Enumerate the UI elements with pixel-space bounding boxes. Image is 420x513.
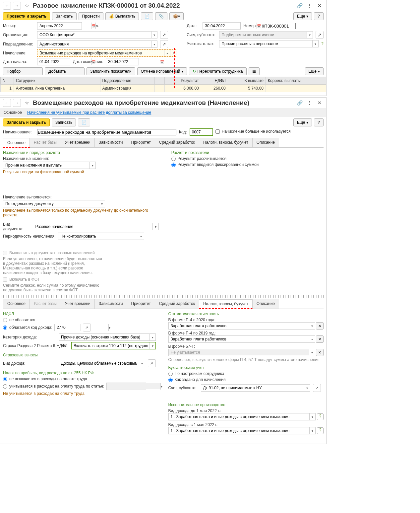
end-input[interactable]: [106, 59, 160, 65]
more-button[interactable]: Еще ▾: [293, 12, 312, 20]
acc-r2[interactable]: [168, 378, 173, 382]
tab2-main[interactable]: Основное: [3, 299, 30, 309]
th-n[interactable]: N: [1, 77, 14, 85]
tab-main[interactable]: Основное: [3, 138, 30, 148]
chevron-down-icon[interactable]: ▾: [139, 360, 145, 367]
p4-2020-input[interactable]: [169, 323, 309, 329]
exec-before-input[interactable]: [169, 414, 310, 420]
acc-input[interactable]: [201, 385, 304, 391]
chevron-down-icon[interactable]: ▾: [151, 41, 157, 47]
tab-tax[interactable]: Налоги, взносы, бухучет: [199, 138, 253, 147]
forward-icon[interactable]: →: [13, 2, 21, 10]
attach-button[interactable]: 📎: [155, 12, 167, 20]
help-q-icon[interactable]: ?: [321, 41, 324, 46]
chevron-down-icon[interactable]: ▾: [309, 413, 315, 420]
infobar-excluded[interactable]: Начисления не учитываемые при расчете до…: [27, 110, 151, 115]
chevron-down-icon[interactable]: ▾: [309, 427, 315, 434]
write-close-button[interactable]: Записать и закрыть: [3, 118, 50, 126]
clear-icon[interactable]: ✕: [316, 335, 324, 343]
calendar-icon[interactable]: 📅: [91, 23, 95, 29]
month-input[interactable]: [37, 23, 91, 29]
tab-deps[interactable]: Зависимости: [94, 138, 127, 147]
more-icon[interactable]: ⋮: [306, 2, 314, 10]
chevron-down-icon[interactable]: ▾: [108, 324, 110, 331]
link-icon[interactable]: 🔗: [296, 2, 304, 10]
chevron-down-icon[interactable]: ▾: [304, 385, 310, 391]
ndfl-r1[interactable]: [3, 318, 7, 322]
ndfl-code-input[interactable]: [55, 325, 108, 330]
th-dept[interactable]: Подразделение: [100, 77, 155, 85]
chevron-down-icon[interactable]: ▾: [90, 162, 95, 169]
table-row[interactable]: 1 Антонова Инна Сергеевна Администрация …: [1, 85, 326, 92]
open-icon[interactable]: ↗: [160, 31, 168, 39]
tab2-avg[interactable]: Средний заработок: [155, 299, 199, 309]
forward-icon[interactable]: →: [13, 99, 21, 107]
write-button[interactable]: Записать: [52, 118, 76, 126]
help-q-icon[interactable]: ?: [317, 413, 324, 420]
more-button-2[interactable]: Еще ▾: [305, 67, 324, 75]
unused-checkbox[interactable]: [215, 129, 220, 134]
open-icon[interactable]: ↗: [160, 40, 168, 48]
back-icon[interactable]: ←: [3, 2, 11, 10]
star-icon[interactable]: ☆: [23, 99, 31, 107]
tab-priority[interactable]: Приоритет: [127, 138, 155, 147]
cancel-fix-button[interactable]: Отмена исправлений ▾: [137, 67, 187, 75]
infobar-main[interactable]: Основное: [4, 110, 22, 115]
purpose-input[interactable]: [3, 162, 90, 168]
chevron-down-icon[interactable]: ▾: [99, 200, 105, 207]
chevron-down-icon[interactable]: ▾: [151, 32, 157, 38]
dept-input[interactable]: [37, 41, 151, 47]
th-result[interactable]: Результат: [165, 77, 201, 85]
number-input[interactable]: [261, 23, 296, 29]
close-icon[interactable]: ✕: [316, 2, 324, 10]
recalc-button[interactable]: ↻ Пересчитать сотрудника: [189, 67, 246, 75]
misc-button[interactable]: 📦▾: [169, 12, 184, 20]
calc-r2[interactable]: [171, 163, 176, 167]
exec-input[interactable]: [3, 201, 99, 207]
tab2-tax[interactable]: Налоги, взносы, бухучет: [199, 299, 253, 309]
chevron-down-icon[interactable]: ▾: [312, 40, 318, 47]
cat-input[interactable]: [59, 334, 150, 340]
clear-icon[interactable]: ✕: [316, 349, 324, 356]
spinner-icon[interactable]: ⇅: [95, 23, 98, 29]
chevron-down-icon[interactable]: ▾: [164, 50, 170, 56]
consider-input[interactable]: [219, 41, 312, 47]
back-icon[interactable]: ←: [3, 99, 11, 107]
tab-time[interactable]: Учет времени: [61, 138, 95, 147]
more-icon[interactable]: ⋮: [306, 99, 314, 107]
tab-desc[interactable]: Описание: [252, 138, 279, 147]
chevron-down-icon[interactable]: ▾: [150, 334, 155, 340]
exec-after-input[interactable]: [169, 428, 310, 434]
select-button[interactable]: Подбор: [3, 67, 43, 75]
acc-r1[interactable]: [168, 372, 173, 376]
chevron-down-icon[interactable]: ▾: [152, 223, 158, 230]
clear-icon[interactable]: ✕: [316, 322, 324, 330]
doc-button[interactable]: 📄: [78, 118, 90, 126]
th-empty[interactable]: [155, 77, 165, 85]
open-icon[interactable]: ↗: [316, 31, 324, 39]
period-input[interactable]: [58, 233, 138, 239]
ndfl-r2[interactable]: [3, 326, 7, 330]
th-ndfl[interactable]: НДФЛ: [201, 77, 228, 85]
open-icon[interactable]: ↗: [170, 50, 176, 56]
chevron-down-icon[interactable]: ▾: [309, 336, 315, 342]
th-pay[interactable]: К выплате: [228, 77, 266, 85]
org-input[interactable]: [37, 32, 151, 38]
tab2-desc[interactable]: Описание: [252, 299, 279, 309]
open-icon[interactable]: ↗: [148, 359, 156, 367]
doc-button[interactable]: 📄: [141, 12, 153, 20]
pt-r1[interactable]: [3, 377, 7, 381]
open-icon[interactable]: ↗: [83, 324, 91, 331]
tab2-priority[interactable]: Приоритет: [127, 299, 155, 309]
tab-avg[interactable]: Средний заработок: [155, 138, 199, 147]
help-button[interactable]: ?: [314, 118, 324, 126]
write-button[interactable]: Записать: [52, 12, 76, 20]
p4-2019-input[interactable]: [169, 336, 309, 342]
link-icon[interactable]: 🔗: [296, 99, 304, 107]
tab2-time[interactable]: Учет времени: [61, 299, 95, 309]
close-icon[interactable]: ✕: [316, 99, 324, 107]
calc-r1[interactable]: [171, 157, 176, 161]
income-type-input[interactable]: [59, 360, 139, 366]
star-icon[interactable]: ☆: [23, 2, 31, 10]
th-corr[interactable]: Коррект. выплаты: [266, 77, 326, 85]
